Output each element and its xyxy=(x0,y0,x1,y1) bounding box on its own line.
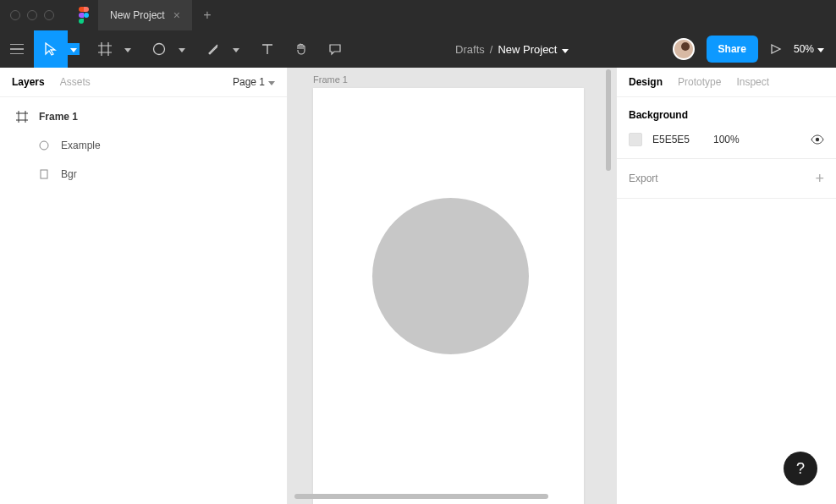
page-selector-label: Page 1 xyxy=(233,76,265,88)
svg-point-4 xyxy=(816,138,819,141)
breadcrumb-parent[interactable]: Drafts xyxy=(455,43,485,56)
breadcrumb: Drafts / New Project xyxy=(352,43,673,56)
pen-tool-dropdown[interactable] xyxy=(230,43,242,55)
svg-point-2 xyxy=(40,141,48,150)
frame-tool-button[interactable] xyxy=(88,30,122,68)
move-tool-button[interactable] xyxy=(34,30,68,68)
frame-icon xyxy=(15,110,29,123)
background-section-title: Background xyxy=(617,97,836,129)
tab-prototype[interactable]: Prototype xyxy=(678,76,721,88)
background-color-swatch[interactable] xyxy=(629,133,642,146)
comment-tool-button[interactable] xyxy=(318,30,352,68)
toolbar-right-cluster: Share 50% xyxy=(673,36,836,63)
close-tab-icon[interactable]: × xyxy=(173,9,180,21)
add-export-button[interactable]: + xyxy=(815,171,824,186)
svg-point-1 xyxy=(154,44,165,55)
rectangle-icon xyxy=(37,167,51,181)
shape-tool-button[interactable] xyxy=(142,30,176,68)
user-avatar[interactable] xyxy=(673,38,695,60)
shape-tool-dropdown[interactable] xyxy=(176,43,188,55)
ellipse-icon xyxy=(37,139,51,152)
layer-row-ellipse[interactable]: Example xyxy=(0,131,287,160)
right-panel-tabs: Design Prototype Inspect xyxy=(617,68,836,97)
layer-row-frame[interactable]: Frame 1 xyxy=(0,102,287,131)
help-button[interactable]: ? xyxy=(784,452,817,485)
pen-tool-group xyxy=(196,30,242,68)
traffic-light-minimize[interactable] xyxy=(27,10,37,20)
tab-assets[interactable]: Assets xyxy=(60,76,91,88)
chevron-down-icon xyxy=(817,43,824,55)
canvas-frame-label[interactable]: Frame 1 xyxy=(313,74,348,85)
chevron-down-icon xyxy=(70,43,77,55)
frame-tool-dropdown[interactable] xyxy=(122,43,134,55)
breadcrumb-separator: / xyxy=(490,43,493,56)
chevron-down-icon[interactable] xyxy=(562,43,569,56)
tab-design[interactable]: Design xyxy=(629,76,663,88)
titlebar: New Project × + xyxy=(0,0,836,30)
tab-layers[interactable]: Layers xyxy=(12,76,45,88)
svg-point-0 xyxy=(84,13,89,18)
frame-tool-group xyxy=(88,30,134,68)
hand-tool-button[interactable] xyxy=(284,30,318,68)
figma-logo-icon[interactable] xyxy=(78,7,90,24)
toolbar: Drafts / New Project Share 50% xyxy=(0,30,836,68)
present-button[interactable] xyxy=(770,43,782,55)
shape-tool-group xyxy=(142,30,188,68)
document-tab[interactable]: New Project × xyxy=(98,0,192,30)
text-tool-button[interactable] xyxy=(250,30,284,68)
traffic-light-zoom[interactable] xyxy=(44,10,54,20)
canvas[interactable]: Frame 1 xyxy=(288,68,616,504)
background-hex-value[interactable]: E5E5E5 xyxy=(652,134,703,145)
chevron-down-icon xyxy=(179,43,185,55)
share-button[interactable]: Share xyxy=(707,36,758,63)
left-panel: Layers Assets Page 1 Frame 1 Example xyxy=(0,68,288,504)
tab-inspect[interactable]: Inspect xyxy=(736,76,769,88)
layer-label: Example xyxy=(61,140,101,151)
export-section: Export + xyxy=(617,159,836,199)
vertical-scrollbar[interactable] xyxy=(606,69,611,171)
left-panel-tabs: Layers Assets xyxy=(12,76,91,88)
document-tab-label: New Project xyxy=(110,9,165,21)
workspace: Layers Assets Page 1 Frame 1 Example xyxy=(0,68,836,504)
layer-label: Bgr xyxy=(61,168,77,180)
chevron-down-icon xyxy=(268,76,275,88)
layer-label: Frame 1 xyxy=(39,111,78,123)
visibility-toggle-icon[interactable] xyxy=(811,133,824,146)
zoom-label: 50% xyxy=(794,43,814,55)
zoom-control[interactable]: 50% xyxy=(794,43,824,55)
page-selector[interactable]: Page 1 xyxy=(233,76,275,88)
background-row: E5E5E5 100% xyxy=(617,129,836,159)
chevron-down-icon xyxy=(233,43,239,55)
background-opacity-value[interactable]: 100% xyxy=(713,134,800,145)
layer-row-rect[interactable]: Bgr xyxy=(0,160,287,189)
left-panel-header: Layers Assets Page 1 xyxy=(0,68,287,97)
artboard-frame-1[interactable] xyxy=(313,88,584,504)
help-icon: ? xyxy=(796,460,805,478)
traffic-lights xyxy=(10,10,54,20)
traffic-light-close[interactable] xyxy=(10,10,20,20)
horizontal-scrollbar[interactable] xyxy=(294,494,548,499)
export-section-title: Export xyxy=(629,173,658,184)
right-panel: Design Prototype Inspect Background E5E5… xyxy=(616,68,836,504)
svg-rect-3 xyxy=(41,170,47,178)
new-tab-button[interactable]: + xyxy=(192,0,223,30)
shape-example-ellipse[interactable] xyxy=(372,198,529,354)
pen-tool-button[interactable] xyxy=(196,30,230,68)
chevron-down-icon xyxy=(124,43,131,55)
breadcrumb-current[interactable]: New Project xyxy=(498,43,557,56)
move-tool-dropdown[interactable] xyxy=(68,43,80,55)
move-tool-group xyxy=(34,30,80,68)
main-menu-button[interactable] xyxy=(0,30,34,68)
layer-tree: Frame 1 Example Bgr xyxy=(0,97,287,189)
